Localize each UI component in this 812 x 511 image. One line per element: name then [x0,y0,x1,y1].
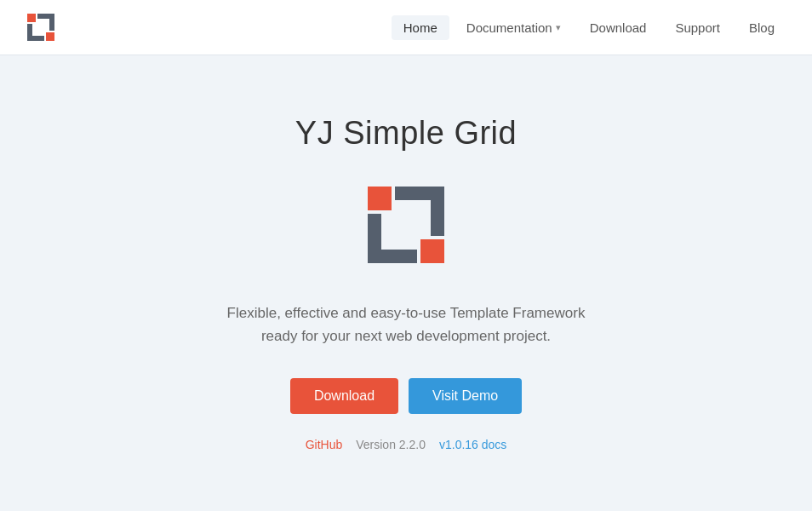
svg-rect-5 [46,32,54,41]
visit-demo-button[interactable]: Visit Demo [409,378,522,414]
button-group: Download Visit Demo [290,378,522,414]
main-content: YJ Simple Grid Flexible, effective and e… [0,55,812,451]
svg-rect-6 [368,187,392,210]
footer-info: GitHub Version 2.2.0 v1.0.16 docs [306,438,507,451]
hero-logo [363,182,449,301]
docs-link[interactable]: v1.0.16 docs [439,438,506,451]
chevron-down-icon: ▾ [556,22,561,33]
tagline: Flexible, effective and easy-to-use Temp… [227,301,586,347]
svg-rect-4 [27,36,44,41]
svg-rect-0 [27,14,36,22]
main-nav: Home Documentation ▾ Download Support Bl… [392,15,786,40]
svg-rect-11 [420,239,444,263]
svg-rect-10 [368,250,417,263]
svg-rect-8 [431,187,444,236]
nav-item-blog[interactable]: Blog [737,15,786,40]
header: Home Documentation ▾ Download Support Bl… [0,0,812,55]
svg-rect-2 [49,14,54,31]
logo[interactable] [26,12,56,43]
nav-item-support[interactable]: Support [663,15,732,40]
nav-item-documentation[interactable]: Documentation ▾ [455,15,573,40]
github-link[interactable]: GitHub [306,438,343,451]
version-text: Version 2.2.0 [356,438,426,451]
page-title: YJ Simple Grid [295,115,517,152]
nav-item-download[interactable]: Download [578,15,659,40]
nav-item-home[interactable]: Home [392,15,449,40]
download-button[interactable]: Download [290,378,398,414]
